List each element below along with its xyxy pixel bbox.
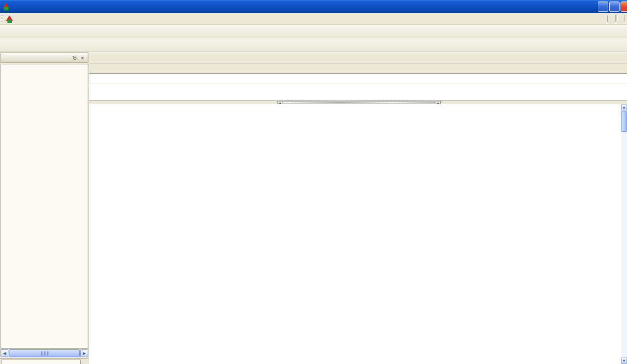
sidebar-horizontal-scrollbar[interactable]: ◀ ▐▐▐ ▶ (0, 349, 88, 357)
ladder-editor[interactable] (89, 104, 621, 364)
symbol-table (89, 52, 627, 100)
minimize-button[interactable] (598, 1, 608, 12)
ladder-toolbar (0, 38, 627, 52)
scroll-up-icon[interactable]: ▲ (621, 104, 627, 110)
restore-button[interactable] (609, 1, 620, 12)
symbol-table-header (89, 63, 627, 74)
scroll-thumb[interactable]: ▐▐▐ (9, 349, 80, 357)
tab-system-info[interactable] (1, 360, 81, 364)
title-bar (0, 0, 627, 13)
ladder-vertical-scrollbar[interactable]: ▲ ▼ (621, 104, 627, 364)
sidebar-tab-strip (0, 358, 89, 364)
menu-grip[interactable] (1, 15, 2, 23)
mdi-window-controls (607, 15, 625, 22)
symbol-table-empty-area[interactable] (89, 84, 627, 100)
panel-header: ⚲ × (0, 52, 88, 63)
main-toolbar (0, 25, 627, 38)
splitter-arrow-right-icon[interactable]: ▲ (436, 102, 440, 104)
window-controls (598, 1, 627, 12)
menu-bar (0, 13, 627, 25)
symbol-table-title (89, 52, 627, 63)
system-info-panel: ⚲ × ◀ ▐▐▐ ▶ (0, 52, 89, 364)
app-logo-icon (2, 2, 10, 10)
menu-app-icon (5, 15, 13, 23)
scroll-right-icon[interactable]: ▶ (80, 349, 88, 357)
pane-splitter: ▲ ▲ (89, 100, 627, 104)
application-window: ⚲ × ◀ ▐▐▐ ▶ ▲ ▲ ▲ ▼ (0, 0, 627, 364)
panel-close-icon[interactable]: × (79, 54, 86, 61)
mdi-minimize-button[interactable] (607, 15, 616, 22)
close-button[interactable] (621, 1, 627, 12)
scroll-left-icon[interactable]: ◀ (0, 349, 8, 357)
scroll-down-icon[interactable]: ▼ (621, 358, 627, 364)
mdi-restore-button[interactable] (617, 15, 625, 22)
symbol-table-row (89, 74, 627, 84)
project-tree (0, 64, 88, 349)
splitter-arrow-left-icon[interactable]: ▲ (278, 102, 282, 104)
pin-icon[interactable]: ⚲ (71, 54, 78, 61)
vscroll-thumb[interactable] (621, 111, 627, 132)
